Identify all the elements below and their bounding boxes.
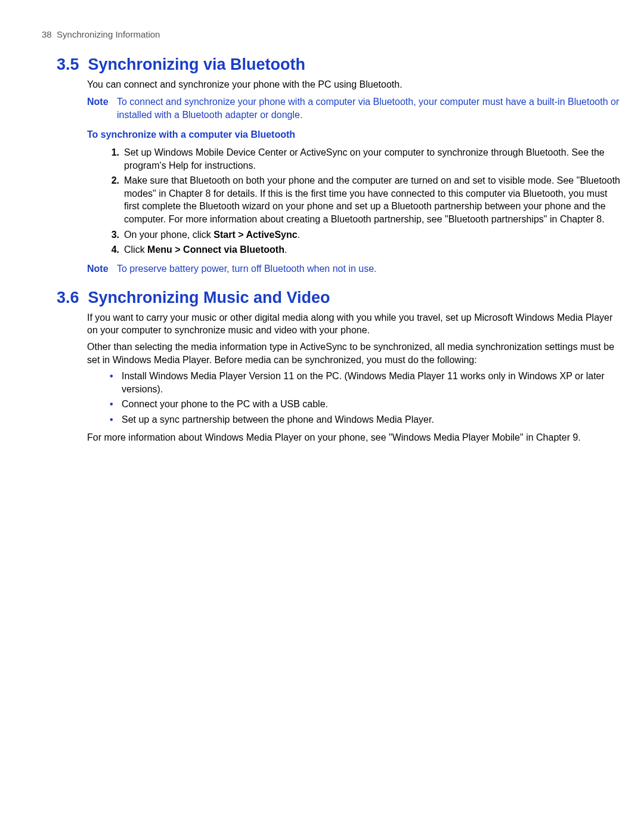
bullet-2: • Connect your phone to the PC with a US… [110,398,620,411]
bullet-dot-icon: • [110,370,116,395]
step-number: 1. [109,146,119,172]
section-35-title: Synchronizing via Bluetooth [88,55,306,73]
section-36-bullets: • Install Windows Media Player Version 1… [110,370,620,426]
step-2: 2. Make sure that Bluetooth on both your… [109,174,620,225]
section-36-para-2: Other than selecting the media informati… [87,340,620,366]
note-text: To connect and synchronize your phone wi… [117,95,620,121]
bullet-dot-icon: • [110,413,116,426]
bullet-1: • Install Windows Media Player Version 1… [110,370,620,395]
section-36-title: Synchronizing Music and Video [88,289,330,306]
section-36-para-3: For more information about Windows Media… [87,431,620,444]
section-35-number: 3.5 [57,55,79,73]
step-number: 3. [109,228,119,241]
step-number: 4. [109,243,119,256]
step-text: On your phone, click Start > ActiveSync. [124,228,620,241]
step-text: Make sure that Bluetooth on both your ph… [124,174,620,225]
bullet-text: Install Windows Media Player Version 11 … [122,370,620,395]
section-35-note-1: Note To connect and synchronize your pho… [87,95,620,121]
note-label: Note [87,262,111,275]
note-label: Note [87,95,111,121]
step-text: Set up Windows Mobile Device Center or A… [124,146,620,172]
step-1: 1. Set up Windows Mobile Device Center o… [109,146,620,172]
section-35-heading: 3.5 Synchronizing via Bluetooth [57,54,620,75]
step-text: Click Menu > Connect via Bluetooth. [124,243,620,256]
page-number: 38 [42,29,52,39]
step-3: 3. On your phone, click Start > ActiveSy… [109,228,620,241]
note-text: To preserve battery power, turn off Blue… [117,262,620,275]
section-35-steps: 1. Set up Windows Mobile Device Center o… [109,146,620,256]
chapter-title: Synchronizing Information [57,29,160,39]
bullet-dot-icon: • [110,398,116,411]
step-4: 4. Click Menu > Connect via Bluetooth. [109,243,620,256]
section-35-note-2: Note To preserve battery power, turn off… [87,262,620,275]
section-36-para-1: If you want to carry your music or other… [87,311,620,337]
section-36-heading: 3.6 Synchronizing Music and Video [57,287,620,308]
bullet-text: Set up a sync partnership between the ph… [122,413,620,426]
section-36-number: 3.6 [57,289,79,306]
section-35-intro: You can connect and synchronize your pho… [87,78,620,91]
step-number: 2. [109,174,119,225]
section-35-subhead: To synchronize with a computer via Bluet… [87,128,620,141]
page-header: 38 Synchronizing Information [42,29,620,41]
bullet-3: • Set up a sync partnership between the … [110,413,620,426]
bullet-text: Connect your phone to the PC with a USB … [122,398,620,411]
